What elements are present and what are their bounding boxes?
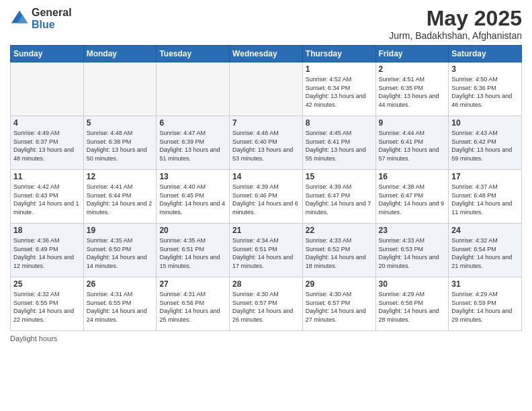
calendar-cell: 6Sunrise: 4:47 AMSunset: 6:39 PMDaylight… [157, 116, 230, 170]
calendar-cell: 4Sunrise: 4:49 AMSunset: 6:37 PMDaylight… [11, 116, 84, 170]
day-number: 12 [87, 172, 154, 181]
day-number: 7 [232, 118, 300, 128]
day-header-tuesday: Tuesday [157, 46, 230, 62]
calendar-cell: 17Sunrise: 4:37 AMSunset: 6:48 PMDayligh… [449, 170, 522, 224]
day-number: 28 [232, 279, 300, 289]
calendar-cell: 10Sunrise: 4:43 AMSunset: 6:42 PMDayligh… [449, 116, 522, 170]
day-number: 13 [159, 172, 226, 181]
header-row: SundayMondayTuesdayWednesdayThursdayFrid… [11, 46, 522, 62]
week-row-3: 11Sunrise: 4:42 AMSunset: 6:43 PMDayligh… [11, 170, 522, 224]
calendar-table: SundayMondayTuesdayWednesdayThursdayFrid… [10, 45, 522, 331]
day-info: Sunrise: 4:44 AMSunset: 6:41 PMDaylight:… [379, 129, 446, 163]
calendar-cell: 18Sunrise: 4:36 AMSunset: 6:49 PMDayligh… [11, 224, 84, 277]
day-number: 4 [13, 118, 81, 128]
day-header-wednesday: Wednesday [230, 46, 303, 62]
calendar-cell: 5Sunrise: 4:48 AMSunset: 6:38 PMDaylight… [83, 116, 157, 170]
calendar-cell: 12Sunrise: 4:41 AMSunset: 6:44 PMDayligh… [83, 170, 157, 224]
day-info: Sunrise: 4:45 AMSunset: 6:41 PMDaylight:… [306, 129, 373, 163]
day-number: 17 [451, 172, 519, 181]
day-info: Sunrise: 4:52 AMSunset: 6:34 PMDaylight:… [306, 75, 373, 109]
page: General Blue May 2025 Jurm, Badakhshan, … [0, 0, 532, 411]
day-number: 21 [232, 226, 300, 235]
day-number: 31 [451, 279, 519, 289]
calendar-cell: 7Sunrise: 4:46 AMSunset: 6:40 PMDaylight… [230, 116, 303, 170]
day-info: Sunrise: 4:33 AMSunset: 6:52 PMDaylight:… [306, 236, 373, 270]
day-info: Sunrise: 4:48 AMSunset: 6:38 PMDaylight:… [87, 129, 154, 163]
day-info: Sunrise: 4:35 AMSunset: 6:51 PMDaylight:… [159, 236, 226, 270]
day-info: Sunrise: 4:39 AMSunset: 6:46 PMDaylight:… [232, 183, 300, 216]
logo-blue-text: Blue [32, 19, 72, 31]
day-info: Sunrise: 4:39 AMSunset: 6:47 PMDaylight:… [306, 183, 373, 216]
day-info: Sunrise: 4:51 AMSunset: 6:35 PMDaylight:… [379, 75, 446, 109]
day-number: 26 [87, 279, 154, 289]
day-info: Sunrise: 4:38 AMSunset: 6:47 PMDaylight:… [379, 183, 446, 216]
day-number: 6 [159, 118, 226, 128]
day-number: 1 [306, 64, 373, 74]
day-info: Sunrise: 4:32 AMSunset: 6:55 PMDaylight:… [13, 290, 81, 324]
day-header-thursday: Thursday [302, 46, 375, 62]
calendar-cell: 15Sunrise: 4:39 AMSunset: 6:47 PMDayligh… [302, 170, 375, 224]
calendar-cell: 3Sunrise: 4:50 AMSunset: 6:36 PMDaylight… [449, 62, 522, 116]
day-number: 3 [451, 64, 519, 74]
calendar-cell: 16Sunrise: 4:38 AMSunset: 6:47 PMDayligh… [375, 170, 449, 224]
day-info: Sunrise: 4:30 AMSunset: 6:57 PMDaylight:… [306, 290, 373, 324]
day-info: Sunrise: 4:41 AMSunset: 6:44 PMDaylight:… [87, 183, 154, 216]
daylight-label: Daylight hours [10, 334, 57, 342]
title-block: May 2025 Jurm, Badakhshan, Afghanistan [389, 7, 522, 41]
day-info: Sunrise: 4:30 AMSunset: 6:57 PMDaylight:… [232, 290, 300, 324]
calendar-cell: 21Sunrise: 4:34 AMSunset: 6:51 PMDayligh… [230, 224, 303, 277]
day-number: 22 [306, 226, 373, 235]
day-info: Sunrise: 4:42 AMSunset: 6:43 PMDaylight:… [13, 183, 81, 216]
calendar-cell: 1Sunrise: 4:52 AMSunset: 6:34 PMDaylight… [302, 62, 375, 116]
calendar-cell: 30Sunrise: 4:29 AMSunset: 6:58 PMDayligh… [375, 277, 449, 331]
calendar-cell: 25Sunrise: 4:32 AMSunset: 6:55 PMDayligh… [11, 277, 84, 331]
day-number: 18 [13, 226, 81, 235]
day-header-saturday: Saturday [449, 46, 522, 62]
calendar-cell: 28Sunrise: 4:30 AMSunset: 6:57 PMDayligh… [230, 277, 303, 331]
calendar-cell: 2Sunrise: 4:51 AMSunset: 6:35 PMDaylight… [375, 62, 449, 116]
day-info: Sunrise: 4:50 AMSunset: 6:36 PMDaylight:… [451, 75, 519, 109]
day-number: 19 [87, 226, 154, 235]
day-number: 23 [379, 226, 446, 235]
calendar-cell: 31Sunrise: 4:29 AMSunset: 6:59 PMDayligh… [449, 277, 522, 331]
day-number: 8 [306, 118, 373, 128]
day-header-monday: Monday [83, 46, 157, 62]
calendar-cell [11, 62, 84, 116]
location: Jurm, Badakhshan, Afghanistan [389, 30, 522, 41]
calendar-cell: 23Sunrise: 4:33 AMSunset: 6:53 PMDayligh… [375, 224, 449, 277]
calendar-cell [83, 62, 157, 116]
week-row-1: 1Sunrise: 4:52 AMSunset: 6:34 PMDaylight… [11, 62, 522, 116]
day-info: Sunrise: 4:49 AMSunset: 6:37 PMDaylight:… [13, 129, 81, 163]
day-info: Sunrise: 4:43 AMSunset: 6:42 PMDaylight:… [451, 129, 519, 163]
calendar-cell [157, 62, 230, 116]
week-row-4: 18Sunrise: 4:36 AMSunset: 6:49 PMDayligh… [11, 224, 522, 277]
calendar-cell: 19Sunrise: 4:35 AMSunset: 6:50 PMDayligh… [83, 224, 157, 277]
day-info: Sunrise: 4:40 AMSunset: 6:45 PMDaylight:… [159, 183, 226, 216]
calendar-cell: 8Sunrise: 4:45 AMSunset: 6:41 PMDaylight… [302, 116, 375, 170]
logo-icon [10, 9, 29, 28]
day-number: 2 [379, 64, 446, 74]
day-number: 30 [379, 279, 446, 289]
footer: Daylight hours [10, 334, 522, 342]
calendar-cell: 29Sunrise: 4:30 AMSunset: 6:57 PMDayligh… [302, 277, 375, 331]
day-info: Sunrise: 4:29 AMSunset: 6:59 PMDaylight:… [451, 290, 519, 324]
day-info: Sunrise: 4:47 AMSunset: 6:39 PMDaylight:… [159, 129, 226, 163]
calendar-cell: 27Sunrise: 4:31 AMSunset: 6:56 PMDayligh… [157, 277, 230, 331]
logo: General Blue [10, 7, 72, 30]
day-info: Sunrise: 4:31 AMSunset: 6:55 PMDaylight:… [87, 290, 154, 324]
day-number: 11 [13, 172, 81, 181]
day-number: 27 [159, 279, 226, 289]
day-info: Sunrise: 4:32 AMSunset: 6:54 PMDaylight:… [451, 236, 519, 270]
day-number: 15 [306, 172, 373, 181]
day-number: 5 [87, 118, 154, 128]
day-info: Sunrise: 4:37 AMSunset: 6:48 PMDaylight:… [451, 183, 519, 216]
calendar-cell: 24Sunrise: 4:32 AMSunset: 6:54 PMDayligh… [449, 224, 522, 277]
calendar-cell: 13Sunrise: 4:40 AMSunset: 6:45 PMDayligh… [157, 170, 230, 224]
day-info: Sunrise: 4:35 AMSunset: 6:50 PMDaylight:… [87, 236, 154, 270]
calendar-cell [230, 62, 303, 116]
day-info: Sunrise: 4:36 AMSunset: 6:49 PMDaylight:… [13, 236, 81, 270]
day-number: 16 [379, 172, 446, 181]
week-row-2: 4Sunrise: 4:49 AMSunset: 6:37 PMDaylight… [11, 116, 522, 170]
day-number: 9 [379, 118, 446, 128]
day-number: 20 [159, 226, 226, 235]
